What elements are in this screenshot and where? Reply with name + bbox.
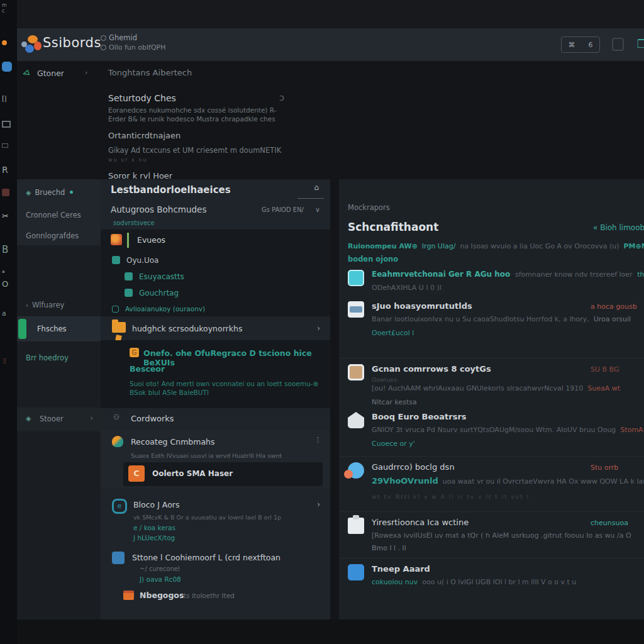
tree-item-gouchrtag[interactable]: Gouchrtag [125, 289, 179, 297]
note-block[interactable]: G Onefo. ohe OfuRegraco D tsciono hice B… [101, 340, 330, 408]
cord-icon: ⚇ [113, 413, 119, 421]
rail-red-app-icon[interactable] [2, 189, 9, 196]
blue-app-icon [348, 564, 364, 580]
result-row[interactable]: Yiresrtioonca Ica wctine cheunsuoa [Rowe… [339, 516, 644, 555]
intro-item1-faint: wu ur x nu [108, 157, 460, 163]
row-separator [339, 456, 644, 457]
tree-item-avlioaianukoy[interactable]: Avlioaianukoy (ouraonv) [112, 305, 205, 313]
row-link[interactable]: Ooert£ucol l [372, 329, 414, 337]
rail-a-icon[interactable]: a [2, 309, 6, 318]
row-separator [339, 358, 644, 358]
shield-icon: ◈ [26, 189, 31, 197]
result-row[interactable]: Gcnan comrrows 8 coytGs SU B BG Oowrues-… [339, 363, 644, 407]
home-icon [348, 412, 364, 428]
rail-scissors-icon[interactable]: ✂ [2, 211, 9, 221]
sidebar-item-crononel[interactable]: Crononel Ceres [26, 211, 81, 219]
sidebar-item-fhsches[interactable]: Fhsches [17, 316, 101, 341]
sidebar-item-wlfuarey[interactable]: Wlfuarey [32, 301, 64, 309]
chevron-left-icon[interactable]: ‹ [26, 302, 28, 309]
shield-icon: ◈ [26, 414, 31, 423]
rail-dot-icon[interactable]: ▪ [2, 269, 5, 274]
section-tag[interactable]: sodvrstsvece [113, 219, 155, 226]
intro-title: Seturtody Ches [108, 93, 460, 103]
rail-b-icon[interactable]: B [2, 244, 8, 255]
folder-row[interactable]: hudghck scrsodukoynorrkhs › [101, 319, 330, 340]
result-row[interactable]: Booq Euro Beoatrsrs GNIOY 3t vruca Pd Ns… [339, 411, 644, 452]
globe-icon [348, 462, 364, 479]
shortcut-hint-box[interactable]: ⌘ 6 [561, 36, 600, 53]
sidebar-item-brrhoedroy[interactable]: Brr hoedroy [26, 353, 69, 362]
panel-label: Mockrapors [348, 203, 390, 212]
online-dot-icon [70, 191, 73, 194]
cordworks-row[interactable]: ⚇ Cordworks [101, 411, 330, 430]
tree-item-esuyacastts[interactable]: Esuyacastts [125, 272, 184, 281]
chevron-right-icon: › [91, 414, 93, 422]
clipboard-teal-icon[interactable]: ❐ [637, 37, 644, 50]
page-title: Schcnafithaont [348, 221, 438, 233]
result-row[interactable]: Gaudrrco) boclg dsn Stu orrb 29VhoOVrunl… [339, 461, 644, 506]
app-header: Ssibords Ghemid Ollo fun oblfQPH ⌘ 6 ❐ [13, 28, 644, 61]
row-separator [339, 511, 644, 512]
rail-chip-icon[interactable] [2, 143, 8, 148]
bottom-strip [0, 619, 644, 644]
result-row[interactable]: Eeahmrvetchonai Ger R AGu hoo sfomnaner … [339, 269, 644, 299]
meta-line2[interactable]: boden ojono [348, 255, 398, 264]
rail-menu-icon[interactable]: mc [2, 3, 7, 14]
chevron-down-icon[interactable]: ∨ [315, 206, 320, 214]
window-top-strip [17, 0, 644, 28]
bloco-block[interactable]: e Bloco J Aors › vk SMcvK & B Or a suuea… [101, 494, 330, 550]
rail-ring-icon[interactable]: O [2, 279, 8, 289]
kebab-menu-icon[interactable]: ⋮ [314, 436, 321, 444]
intro-item1-desc: Gikay Ad tcxcuns et UM criesemt m doumNE… [108, 146, 460, 155]
tree-item-oyuuoa[interactable]: Oyu.Uoa [112, 256, 158, 265]
section-meta: Gs PAlOD EN/ [262, 206, 304, 213]
notifications-icon[interactable] [612, 38, 624, 51]
header-subtitle: Ghemid Ollo fun oblfQPH [101, 33, 166, 52]
circle-e-icon: e [112, 499, 127, 514]
rail-blue-app-icon[interactable] [2, 62, 12, 72]
cursor-bar [127, 233, 129, 248]
status-circle-icon [101, 45, 106, 50]
lock-icon[interactable]: ⌂ [314, 183, 319, 192]
app-title: Ssibords [43, 35, 101, 50]
meta-line: Ruionompeu AW⊕ Irgn Ulag/ na lsoas wvuio… [348, 242, 644, 250]
nbegogos-row[interactable]: Nbegogos ts itoloethr lted [101, 589, 330, 608]
intro-badge-icon[interactable]: Ɔ [279, 94, 284, 103]
active-indicator-bar [18, 319, 26, 339]
rail-window-icon[interactable] [2, 121, 11, 128]
sidebar: ◈Bruechd Crononel Ceres Gonnlografdes ‹W… [17, 179, 101, 619]
shortcut-key: 6 [589, 41, 593, 49]
mail-icon [348, 301, 364, 318]
chevron-right-icon[interactable]: › [317, 324, 320, 333]
sidebar-item-gonnlografdes[interactable]: Gonnlografdes [26, 231, 79, 240]
result-row[interactable]: Tneep Aaard cokuoiou nuv ooo u( i O lvlG… [339, 563, 644, 598]
result-row[interactable]: sJuo hoasyomrututlds a hoca gousb Banar … [339, 300, 644, 349]
chevron-right-icon[interactable]: › [85, 69, 87, 77]
reco-subrow[interactable]: C Oolerto SMA Haser [123, 462, 323, 486]
folder-icon [112, 322, 126, 333]
right-panel: Mockrapors Schcnafithaont « Bioh limoob … [339, 179, 644, 619]
doc-icon [125, 289, 133, 297]
selected-row-evueos[interactable]: Evueos [101, 230, 330, 251]
top-link[interactable]: « Bioh limoob [593, 223, 644, 232]
tree-block: Oyu.Uoa Esuyacastts Gouchrtag Avlioaianu… [101, 251, 330, 316]
rail-red-text: ini [2, 358, 7, 364]
sidebar-item-bruechd[interactable]: ◈Bruechd [26, 188, 73, 197]
stone-block[interactable]: Sttone l Coohiemoorf L (crd nextftoan ~/… [101, 550, 330, 589]
workspace-switcher[interactable]: Gtoner [37, 69, 64, 78]
intro-item1-title: Ortanticrdtnajaen [108, 131, 460, 140]
recoateg-block[interactable]: Recoateg Cnmbmahs ⋮ Suaex Eoth IVvuaei u… [101, 430, 330, 489]
app-logo-icon[interactable] [21, 34, 43, 55]
middle-panel: Lestbandorloelhaeices ⌂ Autugroos Bohcmu… [101, 179, 330, 619]
sidebar-item-stooer[interactable]: ◈ Stooer › [17, 408, 101, 431]
chevron-right-icon[interactable]: › [317, 500, 320, 509]
rail-r-icon[interactable]: R [2, 165, 8, 175]
intro-desc: Eoranedces nukumohche sdx cossé isolutde… [108, 106, 460, 123]
orange-app-icon: C [128, 465, 145, 482]
doc-icon [125, 272, 133, 280]
rail-orange-dot-icon[interactable] [2, 40, 7, 45]
rail-bracket-icon[interactable]: [| [2, 94, 7, 103]
note-icon: G [130, 348, 139, 357]
row-link[interactable]: Cuoece or y' [372, 440, 415, 448]
row-separator [339, 558, 644, 558]
